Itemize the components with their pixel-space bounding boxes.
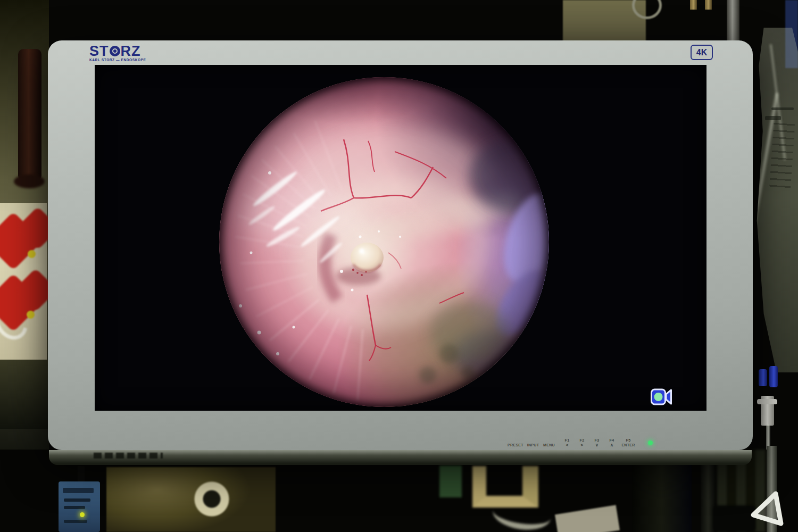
monitor-bottom-edge bbox=[49, 450, 752, 465]
iv-connector-flange bbox=[757, 399, 777, 404]
iv-port-cap bbox=[769, 366, 778, 387]
f5-enter-button[interactable]: F5ENTER bbox=[619, 438, 637, 447]
yellow-dot bbox=[27, 311, 35, 319]
pole-clip bbox=[748, 489, 787, 531]
menu-button[interactable]: MENU bbox=[542, 443, 556, 447]
monitor-screen bbox=[95, 65, 706, 411]
stand-pole bbox=[727, 0, 739, 43]
wooden-pole-base bbox=[14, 174, 45, 188]
equipment-box bbox=[106, 467, 276, 532]
iv-fluid-bag bbox=[749, 28, 798, 372]
storz-logo-o-icon bbox=[110, 46, 120, 56]
storz-logo-text-left: ST bbox=[89, 45, 109, 57]
f4-button[interactable]: F4∧ bbox=[604, 438, 619, 447]
storz-logo-text-right: RZ bbox=[121, 45, 141, 57]
4k-badge: 4K bbox=[691, 45, 713, 60]
video-camera-icon bbox=[650, 387, 672, 406]
f1-button[interactable]: F1< bbox=[560, 438, 575, 447]
operating-room-scene: STRZ KARL STORZ — ENDOSKOPE 4K bbox=[0, 0, 798, 532]
brass-pole bbox=[705, 0, 712, 10]
endoscopy-monitor: STRZ KARL STORZ — ENDOSKOPE 4K bbox=[48, 40, 753, 450]
model-label-marks bbox=[94, 453, 163, 459]
blue-equipment-box bbox=[59, 481, 100, 532]
f2-button[interactable]: F2> bbox=[575, 438, 589, 447]
status-led bbox=[80, 512, 85, 517]
antenna bbox=[78, 466, 85, 483]
storz-logo-subtitle: KARL STORZ — ENDOSKOPE bbox=[89, 58, 196, 62]
iv-port-cap bbox=[759, 369, 767, 386]
bezel-controls: PRESET INPUT MENU F1< F2> F3∨ F4∧ F5ENTE… bbox=[506, 434, 653, 447]
power-led bbox=[648, 440, 653, 445]
preset-button[interactable]: PRESET bbox=[506, 443, 525, 447]
green-object bbox=[439, 466, 462, 497]
tape-roll bbox=[194, 480, 229, 518]
monitor-stand-column bbox=[632, 458, 692, 532]
wooden-pole bbox=[18, 49, 41, 181]
input-button[interactable]: INPUT bbox=[526, 443, 541, 447]
left-wall-shadow bbox=[0, 360, 48, 429]
storz-logo: STRZ KARL STORZ — ENDOSKOPE bbox=[89, 45, 196, 66]
endoscopic-image bbox=[219, 77, 549, 407]
brass-pole bbox=[690, 0, 697, 10]
f3-button[interactable]: F3∨ bbox=[589, 438, 604, 447]
yellow-dot bbox=[28, 250, 36, 258]
